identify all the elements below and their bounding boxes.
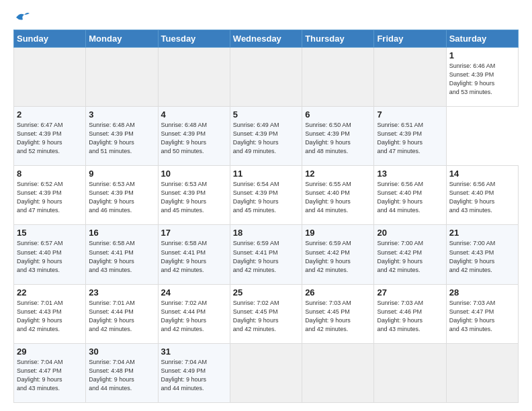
calendar-cell: 6Sunrise: 6:50 AMSunset: 4:39 PMDaylight… bbox=[302, 107, 374, 166]
day-info: Sunrise: 6:56 AMSunset: 4:40 PMDaylight:… bbox=[377, 180, 443, 215]
day-info: Sunrise: 6:54 AMSunset: 4:39 PMDaylight:… bbox=[233, 180, 299, 215]
calendar-week-5: 29Sunrise: 7:04 AMSunset: 4:47 PMDayligh… bbox=[14, 343, 519, 402]
day-info: Sunrise: 6:53 AMSunset: 4:39 PMDaylight:… bbox=[89, 180, 154, 215]
day-number: 4 bbox=[161, 109, 227, 120]
day-info: Sunrise: 6:48 AMSunset: 4:39 PMDaylight:… bbox=[89, 121, 154, 156]
calendar-cell: 27Sunrise: 7:03 AMSunset: 4:46 PMDayligh… bbox=[374, 284, 446, 343]
day-number: 26 bbox=[305, 287, 371, 298]
calendar-cell: 3Sunrise: 6:48 AMSunset: 4:39 PMDaylight… bbox=[86, 107, 158, 166]
calendar-cell: 4Sunrise: 6:48 AMSunset: 4:39 PMDaylight… bbox=[158, 107, 230, 166]
day-info: Sunrise: 7:03 AMSunset: 4:47 PMDaylight:… bbox=[449, 299, 515, 334]
day-number: 12 bbox=[305, 169, 371, 179]
day-info: Sunrise: 6:53 AMSunset: 4:39 PMDaylight:… bbox=[161, 180, 227, 215]
day-info: Sunrise: 6:49 AMSunset: 4:39 PMDaylight:… bbox=[233, 121, 299, 156]
day-number: 10 bbox=[161, 169, 227, 179]
day-info: Sunrise: 6:57 AMSunset: 4:40 PMDaylight:… bbox=[17, 239, 83, 274]
calendar-cell: 5Sunrise: 6:49 AMSunset: 4:39 PMDaylight… bbox=[230, 107, 302, 166]
day-number: 28 bbox=[449, 287, 515, 298]
day-info: Sunrise: 7:01 AMSunset: 4:43 PMDaylight:… bbox=[17, 299, 83, 334]
day-info: Sunrise: 7:02 AMSunset: 4:45 PMDaylight:… bbox=[233, 299, 299, 334]
calendar-cell bbox=[374, 48, 446, 107]
day-number: 29 bbox=[17, 347, 83, 357]
calendar-week-3: 15Sunrise: 6:57 AMSunset: 4:40 PMDayligh… bbox=[14, 225, 519, 284]
day-number: 14 bbox=[449, 169, 515, 179]
col-header-monday: Monday bbox=[86, 30, 158, 48]
day-number: 22 bbox=[17, 287, 83, 298]
logo-bird-icon bbox=[15, 11, 30, 23]
day-number: 9 bbox=[89, 169, 154, 179]
calendar-week-0: 1Sunrise: 6:46 AMSunset: 4:39 PMDaylight… bbox=[14, 48, 519, 107]
day-info: Sunrise: 6:50 AMSunset: 4:39 PMDaylight:… bbox=[305, 121, 371, 156]
day-info: Sunrise: 6:59 AMSunset: 4:41 PMDaylight:… bbox=[233, 239, 299, 274]
day-number: 19 bbox=[305, 228, 371, 238]
day-number: 13 bbox=[377, 169, 443, 179]
calendar-week-2: 8Sunrise: 6:52 AMSunset: 4:39 PMDaylight… bbox=[14, 166, 519, 225]
calendar-week-1: 2Sunrise: 6:47 AMSunset: 4:39 PMDaylight… bbox=[14, 107, 519, 166]
col-header-thursday: Thursday bbox=[302, 30, 374, 48]
day-number: 27 bbox=[377, 287, 443, 298]
col-header-tuesday: Tuesday bbox=[158, 30, 230, 48]
calendar-cell: 17Sunrise: 6:58 AMSunset: 4:41 PMDayligh… bbox=[158, 225, 230, 284]
calendar-cell: 31Sunrise: 7:04 AMSunset: 4:49 PMDayligh… bbox=[158, 343, 230, 402]
calendar-cell: 22Sunrise: 7:01 AMSunset: 4:43 PMDayligh… bbox=[14, 284, 86, 343]
day-info: Sunrise: 6:58 AMSunset: 4:41 PMDaylight:… bbox=[89, 239, 154, 274]
day-number: 25 bbox=[233, 287, 299, 298]
logo bbox=[13, 11, 30, 23]
day-info: Sunrise: 7:04 AMSunset: 4:48 PMDaylight:… bbox=[89, 358, 154, 393]
calendar-cell: 29Sunrise: 7:04 AMSunset: 4:47 PMDayligh… bbox=[14, 343, 86, 402]
calendar-cell: 26Sunrise: 7:03 AMSunset: 4:45 PMDayligh… bbox=[302, 284, 374, 343]
day-info: Sunrise: 6:51 AMSunset: 4:39 PMDaylight:… bbox=[377, 121, 443, 156]
day-number: 24 bbox=[161, 287, 227, 298]
calendar-cell: 28Sunrise: 7:03 AMSunset: 4:47 PMDayligh… bbox=[446, 284, 518, 343]
day-number: 11 bbox=[233, 169, 299, 179]
calendar-cell: 12Sunrise: 6:55 AMSunset: 4:40 PMDayligh… bbox=[302, 166, 374, 225]
calendar-cell: 21Sunrise: 7:00 AMSunset: 4:43 PMDayligh… bbox=[446, 225, 518, 284]
calendar-cell: 9Sunrise: 6:53 AMSunset: 4:39 PMDaylight… bbox=[86, 166, 158, 225]
day-info: Sunrise: 7:01 AMSunset: 4:44 PMDaylight:… bbox=[89, 299, 154, 334]
col-header-sunday: Sunday bbox=[14, 30, 86, 48]
day-info: Sunrise: 6:55 AMSunset: 4:40 PMDaylight:… bbox=[305, 180, 371, 215]
calendar-cell: 15Sunrise: 6:57 AMSunset: 4:40 PMDayligh… bbox=[14, 225, 86, 284]
day-info: Sunrise: 7:00 AMSunset: 4:43 PMDaylight:… bbox=[449, 239, 515, 274]
day-info: Sunrise: 7:04 AMSunset: 4:47 PMDaylight:… bbox=[17, 358, 83, 393]
day-number: 6 bbox=[305, 109, 371, 120]
day-number: 7 bbox=[377, 109, 443, 120]
calendar-cell: 24Sunrise: 7:02 AMSunset: 4:44 PMDayligh… bbox=[158, 284, 230, 343]
day-info: Sunrise: 6:56 AMSunset: 4:40 PMDaylight:… bbox=[449, 180, 515, 215]
calendar-cell bbox=[374, 343, 446, 402]
calendar-cell: 20Sunrise: 7:00 AMSunset: 4:42 PMDayligh… bbox=[374, 225, 446, 284]
calendar-cell: 25Sunrise: 7:02 AMSunset: 4:45 PMDayligh… bbox=[230, 284, 302, 343]
calendar-cell: 18Sunrise: 6:59 AMSunset: 4:41 PMDayligh… bbox=[230, 225, 302, 284]
day-number: 31 bbox=[161, 347, 227, 357]
calendar-cell: 30Sunrise: 7:04 AMSunset: 4:48 PMDayligh… bbox=[86, 343, 158, 402]
day-number: 30 bbox=[89, 347, 154, 357]
calendar-cell bbox=[302, 343, 374, 402]
calendar-cell: 8Sunrise: 6:52 AMSunset: 4:39 PMDaylight… bbox=[14, 166, 86, 225]
day-info: Sunrise: 6:58 AMSunset: 4:41 PMDaylight:… bbox=[161, 239, 227, 274]
col-header-friday: Friday bbox=[374, 30, 446, 48]
calendar-cell bbox=[86, 48, 158, 107]
calendar-cell: 10Sunrise: 6:53 AMSunset: 4:39 PMDayligh… bbox=[158, 166, 230, 225]
calendar-cell bbox=[158, 48, 230, 107]
col-header-saturday: Saturday bbox=[446, 30, 518, 48]
day-number: 15 bbox=[17, 228, 83, 238]
calendar-week-4: 22Sunrise: 7:01 AMSunset: 4:43 PMDayligh… bbox=[14, 284, 519, 343]
day-info: Sunrise: 7:03 AMSunset: 4:46 PMDaylight:… bbox=[377, 299, 443, 334]
calendar-cell bbox=[446, 343, 518, 402]
day-number: 23 bbox=[89, 287, 154, 298]
calendar-cell: 23Sunrise: 7:01 AMSunset: 4:44 PMDayligh… bbox=[86, 284, 158, 343]
day-number: 5 bbox=[233, 109, 299, 120]
calendar-cell: 7Sunrise: 6:51 AMSunset: 4:39 PMDaylight… bbox=[374, 107, 446, 166]
day-info: Sunrise: 7:00 AMSunset: 4:42 PMDaylight:… bbox=[377, 239, 443, 274]
day-info: Sunrise: 6:47 AMSunset: 4:39 PMDaylight:… bbox=[17, 121, 83, 156]
day-info: Sunrise: 7:03 AMSunset: 4:45 PMDaylight:… bbox=[305, 299, 371, 334]
day-info: Sunrise: 6:46 AMSunset: 4:39 PMDaylight:… bbox=[449, 62, 515, 97]
day-number: 2 bbox=[17, 109, 83, 120]
calendar-cell: 11Sunrise: 6:54 AMSunset: 4:39 PMDayligh… bbox=[230, 166, 302, 225]
calendar-cell: 2Sunrise: 6:47 AMSunset: 4:39 PMDaylight… bbox=[14, 107, 86, 166]
day-number: 16 bbox=[89, 228, 154, 238]
calendar-cell: 13Sunrise: 6:56 AMSunset: 4:40 PMDayligh… bbox=[374, 166, 446, 225]
col-header-wednesday: Wednesday bbox=[230, 30, 302, 48]
day-number: 8 bbox=[17, 169, 83, 179]
day-info: Sunrise: 6:59 AMSunset: 4:42 PMDaylight:… bbox=[305, 239, 371, 274]
